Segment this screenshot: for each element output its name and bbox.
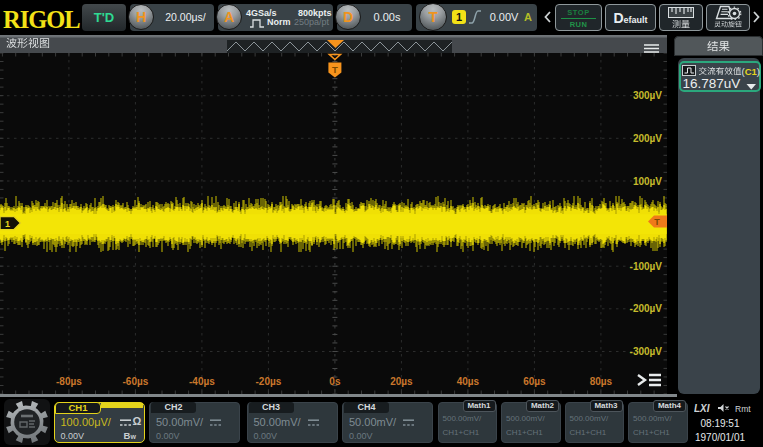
svg-text:-20µs: -20µs <box>256 376 282 387</box>
svg-text:20µs: 20µs <box>390 376 413 387</box>
svg-text:80µs: 80µs <box>590 376 613 387</box>
svg-text:300µV: 300µV <box>633 90 662 101</box>
svg-text:-40µs: -40µs <box>189 376 215 387</box>
svg-text:-200µV: -200µV <box>630 303 663 314</box>
svg-text:-300µV: -300µV <box>630 346 663 357</box>
svg-text:-100µV: -100µV <box>630 261 663 272</box>
svg-text:0s: 0s <box>329 376 341 387</box>
svg-text:1: 1 <box>5 219 10 229</box>
svg-text:(C1): (C1) <box>742 66 761 77</box>
svg-text:60µs: 60µs <box>523 376 546 387</box>
svg-text:40µs: 40µs <box>457 376 480 387</box>
svg-text:T: T <box>654 217 660 227</box>
svg-text:-60µs: -60µs <box>123 376 149 387</box>
svg-text:T: T <box>332 64 338 75</box>
svg-text:-80µs: -80µs <box>56 376 82 387</box>
svg-text:100µV: 100µV <box>633 176 662 187</box>
svg-text:Rmt: Rmt <box>735 404 751 414</box>
svg-text:200µV: 200µV <box>633 133 662 144</box>
svg-text:16.787uV: 16.787uV <box>683 76 741 91</box>
svg-text:LXI: LXI <box>694 403 710 413</box>
